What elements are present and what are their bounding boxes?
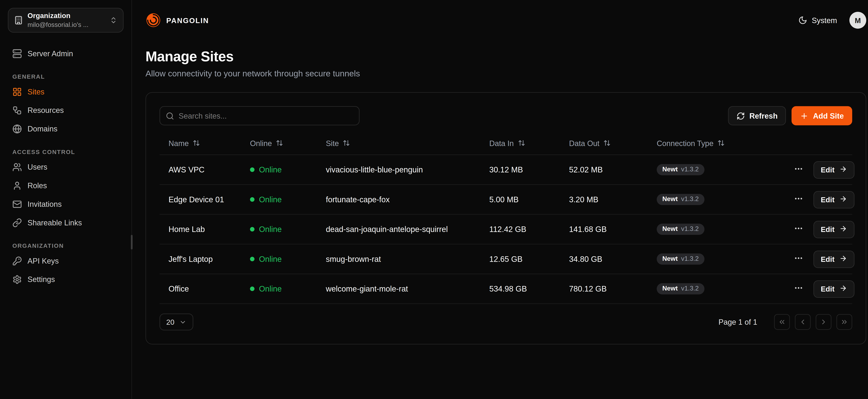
table-row: AWS VPCOnlinevivacious-little-blue-pengu… (159, 155, 852, 185)
sidebar-item-api-keys[interactable]: API Keys (8, 252, 124, 270)
sidebar-item-settings[interactable]: Settings (8, 271, 124, 288)
cell-data-out: 3.20 MB (560, 195, 648, 204)
connection-type-name: Newt (662, 196, 678, 203)
sort-icon (343, 139, 350, 148)
page-subtitle: Allow connectivity to your network throu… (146, 69, 866, 78)
sort-button-name[interactable]: Name (163, 135, 206, 151)
edit-button[interactable]: Edit (813, 191, 854, 208)
sidebar-item-invitations[interactable]: Invitations (8, 195, 124, 213)
cell-site-id: dead-san-joaquin-antelope-squirrel (317, 225, 480, 234)
sort-button-data-in[interactable]: Data In (484, 135, 530, 151)
last-page-button[interactable] (836, 314, 852, 330)
column-header-label: Site (326, 140, 339, 148)
sidebar-item-roles[interactable]: Roles (8, 177, 124, 194)
moon-icon (798, 16, 807, 25)
cell-connection-type: Newtv1.3.2 (648, 194, 783, 205)
edit-button[interactable]: Edit (813, 220, 854, 238)
brand[interactable]: PANGOLIN (146, 12, 209, 28)
sort-button-online[interactable]: Online (244, 135, 289, 151)
online-status-label: Online (259, 195, 282, 204)
search-icon (166, 112, 174, 120)
column-header-data-out: Data Out (560, 135, 648, 151)
avatar[interactable]: M (849, 12, 866, 29)
row-menu-button[interactable] (792, 162, 806, 178)
key-icon (12, 256, 22, 266)
sidebar-scrollbar-thumb[interactable] (131, 235, 133, 249)
next-page-button[interactable] (816, 314, 832, 330)
cell-data-out: 780.12 GB (560, 284, 648, 293)
table-header: NameOnlineSiteData InData OutConnection … (159, 133, 852, 155)
edit-button[interactable]: Edit (813, 250, 854, 268)
chevrons-up-down-icon (110, 16, 117, 24)
arrow-right-icon (839, 284, 847, 294)
arrow-right-icon (839, 195, 847, 204)
first-page-button[interactable] (774, 314, 790, 330)
cell-data-in: 534.98 GB (480, 284, 560, 293)
sort-button-site[interactable]: Site (320, 135, 356, 151)
gear-icon (12, 275, 22, 284)
cell-site-id: smug-brown-rat (317, 254, 480, 264)
page-title: Manage Sites (146, 48, 866, 65)
column-header-label: Connection Type (657, 140, 713, 148)
column-header-label: Data In (489, 140, 514, 148)
mail-icon (12, 200, 22, 209)
theme-toggle[interactable]: System (798, 16, 837, 25)
cell-site-name: AWS VPC (159, 165, 241, 174)
plus-icon (800, 112, 809, 120)
connection-type-name: Newt (662, 166, 678, 173)
main: PANGOLIN System M Manage Sites Allow con… (132, 0, 868, 399)
globe-icon (12, 124, 22, 134)
org-switcher-label: Organization (28, 11, 105, 21)
app-root: Organization milo@fossorial.io's ... Ser… (0, 0, 868, 399)
nav-section-heading: GENERAL (12, 73, 119, 80)
org-switcher[interactable]: Organization milo@fossorial.io's ... (8, 8, 124, 32)
refresh-button[interactable]: Refresh (728, 106, 786, 125)
connection-type-badge: Newtv1.3.2 (657, 224, 704, 235)
sidebar-item-label: API Keys (28, 257, 59, 265)
cell-data-out: 141.68 GB (560, 225, 648, 234)
prev-page-button[interactable] (795, 314, 811, 330)
sort-button-data-out[interactable]: Data Out (563, 135, 616, 151)
connection-type-badge: Newtv1.3.2 (657, 283, 704, 294)
cell-data-in: 112.42 GB (480, 225, 560, 234)
cell-actions: Edit (783, 220, 858, 238)
cell-online-status: Online (241, 195, 317, 204)
sidebar-item-label: Invitations (28, 200, 62, 209)
add-site-button[interactable]: Add Site (792, 106, 852, 125)
row-menu-button[interactable] (792, 251, 806, 267)
sidebar-item-users[interactable]: Users (8, 158, 124, 176)
cell-actions: Edit (783, 161, 858, 178)
search-input[interactable] (179, 112, 353, 120)
nav-section-heading: ORGANIZATION (12, 242, 119, 249)
sidebar-nav: GENERALSitesResourcesDomainsACCESS CONTR… (8, 73, 124, 288)
row-menu-button[interactable] (792, 281, 806, 297)
cell-site-name: Office (159, 284, 241, 293)
connection-type-name: Newt (662, 226, 678, 233)
sidebar-item-sites[interactable]: Sites (8, 83, 124, 100)
edit-button-label: Edit (821, 195, 835, 204)
sidebar-item-shareable-links[interactable]: Shareable Links (8, 214, 124, 232)
cell-site-name: Jeff's Laptop (159, 254, 241, 264)
arrow-right-icon (839, 254, 847, 264)
ellipsis-icon (794, 194, 803, 205)
sidebar-item-server-admin[interactable]: Server Admin (8, 45, 124, 62)
cell-data-in: 5.00 MB (480, 195, 560, 204)
theme-toggle-label: System (812, 16, 837, 25)
cell-site-id: vivacious-little-blue-penguin (317, 165, 480, 174)
connection-type-badge: Newtv1.3.2 (657, 253, 704, 265)
sidebar-item-label: Roles (28, 181, 47, 190)
cell-connection-type: Newtv1.3.2 (648, 164, 783, 175)
edit-button[interactable]: Edit (813, 161, 854, 178)
row-menu-button[interactable] (792, 191, 806, 207)
page-size-select[interactable]: 20 (159, 314, 193, 330)
sort-button-connection-type[interactable]: Connection Type (651, 135, 731, 151)
sort-icon (603, 139, 611, 148)
building-icon (14, 16, 23, 25)
sidebar-item-resources[interactable]: Resources (8, 102, 124, 119)
edit-button[interactable]: Edit (813, 280, 854, 298)
table-body: AWS VPCOnlinevivacious-little-blue-pengu… (159, 155, 852, 304)
sort-icon (518, 139, 525, 148)
cell-online-status: Online (241, 165, 317, 174)
sidebar-item-domains[interactable]: Domains (8, 120, 124, 138)
row-menu-button[interactable] (792, 221, 806, 237)
